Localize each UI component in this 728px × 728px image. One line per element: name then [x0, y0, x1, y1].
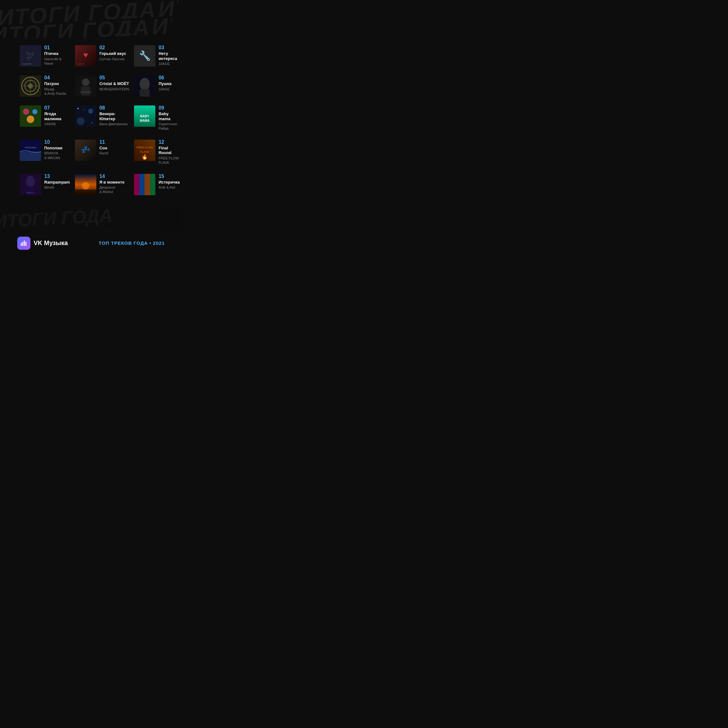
track-item[interactable]: 15 Истеричка Artik & Asti — [132, 170, 182, 200]
track-cover — [134, 174, 155, 195]
svg-rect-21 — [140, 89, 150, 96]
track-cover — [20, 106, 41, 127]
track-cover — [75, 106, 96, 127]
track-artist: Artik & Asti — [159, 185, 179, 190]
track-artist: Ваня Дмитриенко — [99, 122, 129, 126]
vk-logo-area: VK Музыка — [17, 237, 68, 250]
track-title: Baby mama — [159, 112, 179, 121]
svg-text:🕊: 🕊 — [26, 50, 35, 60]
track-number: 11 — [99, 140, 129, 145]
track-cover: ♥СУЛТАН — [75, 45, 96, 67]
track-number: 12 — [159, 140, 179, 145]
track-item[interactable]: 04 Патрон Miyagi& Andy Panda — [17, 71, 72, 101]
track-item[interactable]: 14 Я в моменте Джарахов& Markul — [72, 170, 132, 200]
vk-icon — [17, 237, 31, 250]
page-wrapper: ИТОГИ ГОДА ИТОГИ ГОДА ИТОГИ ГОДА ИТОГИ Г… — [0, 0, 182, 259]
svg-rect-52 — [75, 190, 96, 195]
track-cover: MORGEN — [75, 75, 96, 96]
svg-text:MINELLI: MINELLI — [27, 192, 34, 194]
vk-label: VK Музыка — [34, 239, 68, 247]
track-title: Cristal & МОЁТ — [99, 81, 129, 86]
track-cover — [75, 174, 96, 195]
track-item[interactable]: BABYMAMA 09 Baby mama Скриптонит,Райда — [132, 101, 182, 135]
track-cover: 💤 — [75, 140, 96, 161]
track-info: 14 Я в моменте Джарахов& Markul — [99, 174, 129, 194]
track-cover — [20, 75, 41, 96]
svg-text:FREE FLOW: FREE FLOW — [136, 146, 153, 149]
track-title: Нету интереса — [159, 51, 179, 61]
track-item[interactable]: 08 Венера-Юпитер Ваня Дмитриенко — [72, 101, 132, 135]
track-info: 04 Патрон Miyagi& Andy Panda — [44, 75, 70, 96]
track-info: 05 Cristal & МОЁТ MORGENSHTERN — [99, 75, 129, 91]
track-artist: Султан Лагучев — [99, 57, 129, 61]
track-info: 01 Птичка HammAli & Navai — [44, 45, 70, 66]
svg-point-29 — [78, 108, 79, 109]
track-cover: BABYMAMA — [134, 106, 155, 127]
svg-text:💤: 💤 — [81, 145, 90, 154]
track-title: Истеричка — [159, 180, 179, 185]
track-title: Я в моменте — [99, 180, 129, 185]
track-cover: ПОПОЛАМ — [20, 140, 41, 161]
track-item[interactable]: MINELLI 13 Rampampam Minelli — [17, 170, 72, 200]
track-info: 03 Нету интереса 10AGE — [159, 45, 179, 66]
track-artist: Ramil' — [99, 151, 129, 155]
track-info: 10 Пополам BRANYA& MACAN — [44, 140, 70, 160]
track-item[interactable]: FREE FLOWFLAVA🔥 12 Final Round FREE FLOW… — [132, 135, 182, 170]
track-artist: FREE FLOW FLAVA — [159, 156, 179, 165]
track-item[interactable]: 07 Ягода малинка ХАБИБ — [17, 101, 72, 135]
svg-text:BABY: BABY — [140, 115, 149, 118]
track-title: Горький вкус — [99, 51, 129, 56]
track-number: 05 — [99, 75, 129, 80]
track-item[interactable]: 06 Пушка 10AGE — [132, 71, 182, 101]
track-number: 04 — [44, 75, 70, 80]
svg-text:HammAli: HammAli — [22, 63, 31, 65]
track-item[interactable]: 🕊HammAli 01 Птичка HammAli & Navai — [17, 41, 72, 71]
track-artist: 10AGE — [159, 87, 179, 91]
track-info: 02 Горький вкус Султан Лагучев — [99, 45, 129, 61]
svg-rect-48 — [26, 187, 35, 195]
svg-point-23 — [23, 109, 29, 115]
watermark-text-2b: ИТОГИ ГОДА — [151, 13, 173, 38]
svg-rect-54 — [134, 174, 139, 195]
svg-rect-56 — [145, 174, 150, 195]
track-cover: MINELLI — [20, 174, 41, 195]
main-content: 🕊HammAli 01 Птичка HammAli & Navai ♥СУЛТ… — [0, 38, 182, 206]
track-number: 15 — [159, 174, 179, 179]
track-item[interactable]: 🔧 03 Нету интереса 10AGE — [132, 41, 182, 71]
track-title: Сон — [99, 145, 129, 151]
track-item[interactable]: ПОПОЛАМ 10 Пополам BRANYA& MACAN — [17, 135, 72, 170]
track-artist: BRANYA& MACAN — [44, 151, 70, 160]
track-item[interactable]: MORGEN 05 Cristal & МОЁТ MORGENSHTERN — [72, 71, 132, 101]
track-number: 07 — [44, 106, 70, 110]
header-watermark: ИТОГИ ГОДА ИТОГИ ГОДА ИТОГИ ГОДА ИТОГИ Г… — [0, 0, 182, 38]
track-number: 03 — [159, 45, 179, 50]
track-number: 10 — [44, 140, 70, 145]
track-title: Венера-Юпитер — [99, 112, 129, 121]
svg-rect-58 — [21, 243, 21, 246]
track-artist: 10AGE — [159, 61, 179, 66]
track-cover: FREE FLOWFLAVA🔥 — [134, 140, 155, 161]
track-info: 11 Сон Ramil' — [99, 140, 129, 156]
svg-point-51 — [82, 182, 89, 190]
svg-text:FLAVA: FLAVA — [140, 150, 149, 153]
track-info: 06 Пушка 10AGE — [159, 75, 179, 91]
track-info: 08 Венера-Юпитер Ваня Дмитриенко — [99, 106, 129, 126]
svg-point-30 — [92, 122, 93, 123]
svg-rect-60 — [24, 240, 25, 246]
svg-text:♥: ♥ — [83, 50, 88, 60]
svg-text:ПОПОЛАМ: ПОПОЛАМ — [25, 147, 36, 149]
track-number: 01 — [44, 45, 70, 50]
track-info: 07 Ягода малинка ХАБИБ — [44, 106, 70, 126]
track-artist: HammAli & Navai — [44, 57, 70, 66]
vk-music-icon — [20, 240, 28, 246]
svg-point-31 — [84, 110, 85, 110]
track-item[interactable]: 💤 11 Сон Ramil' — [72, 135, 132, 170]
track-cover — [134, 75, 155, 96]
svg-text:MAMA: MAMA — [140, 119, 150, 122]
footer-subtitle: ТОП ТРЕКОВ ГОДА • 2021 — [98, 240, 165, 246]
track-number: 09 — [159, 106, 179, 110]
track-cover: 🔧 — [134, 45, 155, 67]
svg-point-16 — [82, 78, 89, 86]
track-number: 02 — [99, 45, 129, 50]
track-item[interactable]: ♥СУЛТАН 02 Горький вкус Султан Лагучев — [72, 41, 132, 71]
